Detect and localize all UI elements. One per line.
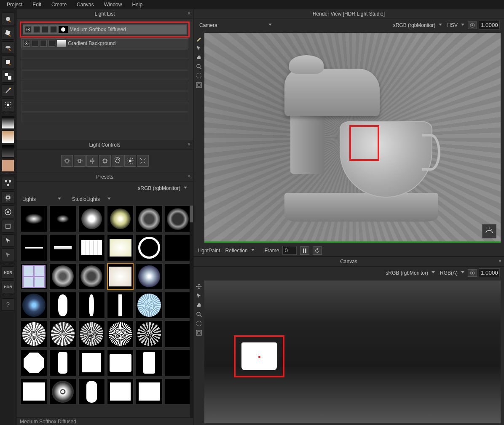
link-icon[interactable] (42, 26, 48, 33)
preset-item[interactable] (78, 292, 105, 318)
tool-brush-3-icon[interactable] (2, 41, 14, 54)
tool-cursor-icon[interactable] (2, 234, 14, 247)
scrollbar-thumb[interactable] (190, 206, 193, 222)
preset-item[interactable] (165, 378, 191, 405)
move-icon[interactable] (61, 155, 73, 167)
menu-window[interactable]: Window (99, 2, 127, 8)
tool-brush-2-icon[interactable] (2, 27, 14, 40)
render-colormode-dropdown[interactable]: HSV (445, 21, 466, 29)
zoom-tool-icon[interactable] (195, 62, 203, 71)
canvas-colormode-dropdown[interactable]: RGB(A) (438, 269, 466, 277)
lock-icon[interactable] (50, 26, 57, 33)
preset-item[interactable] (107, 350, 134, 376)
rotate-icon[interactable] (112, 155, 123, 167)
canvas-light-highlighted[interactable] (234, 335, 284, 377)
preset-item[interactable] (21, 321, 47, 347)
preset-item[interactable] (107, 378, 134, 405)
solo-icon[interactable] (33, 26, 40, 33)
move-tool-icon[interactable] (195, 282, 203, 291)
tool-nodes-icon[interactable] (2, 177, 14, 190)
menu-canvas[interactable]: Canvas (72, 2, 99, 8)
tool-x-icon[interactable] (2, 206, 14, 218)
close-icon[interactable]: × (188, 11, 190, 16)
tool-checker-icon[interactable] (2, 70, 14, 83)
preset-item[interactable] (136, 350, 162, 376)
preset-item[interactable] (165, 206, 191, 232)
menu-project[interactable]: Project (2, 2, 27, 8)
preset-item[interactable] (107, 206, 134, 232)
visibility-icon[interactable] (25, 26, 32, 33)
menu-edit[interactable]: Edit (27, 2, 46, 8)
scrollbar[interactable] (190, 206, 193, 417)
tool-help-icon[interactable]: ? (2, 298, 14, 311)
tool-brush-1-icon[interactable] (2, 13, 14, 25)
preset-item[interactable] (78, 234, 105, 261)
preset-item[interactable] (78, 321, 105, 347)
light-list-item[interactable]: Gradient Background (21, 38, 188, 48)
canvas-view[interactable] (204, 281, 501, 423)
canvas-exposure-input[interactable] (479, 268, 500, 277)
tool-wand-icon[interactable] (2, 84, 14, 97)
preset-item[interactable] (78, 378, 105, 405)
preset-item[interactable] (165, 292, 191, 318)
brightness-icon[interactable] (124, 155, 136, 167)
preset-item[interactable] (49, 292, 76, 318)
presets-colorspace-dropdown[interactable]: sRGB (rgbMonitor) (136, 184, 189, 192)
lightpaint-mode-dropdown[interactable]: Reflection (223, 247, 256, 254)
preset-item[interactable] (107, 292, 134, 318)
canvas-colorspace-dropdown[interactable]: sRGB (rgbMonitor) (384, 269, 437, 277)
tool-solid-icon[interactable] (2, 159, 14, 172)
preset-item[interactable] (78, 206, 105, 232)
close-icon[interactable]: × (188, 174, 190, 179)
tool-brush-4-icon[interactable] (2, 56, 14, 68)
preset-item[interactable] (21, 292, 47, 318)
light-list-item-selected[interactable]: Medium Softbox Diffused (23, 24, 187, 35)
render-colorspace-dropdown[interactable]: sRGB (rgbMonitor) (391, 21, 444, 29)
cursor-tool-icon[interactable] (195, 44, 203, 52)
presets-subcategory-dropdown[interactable]: StudioLights (70, 195, 113, 203)
exposure-icon[interactable] (468, 269, 477, 277)
close-icon[interactable]: × (499, 258, 501, 264)
presets-category-dropdown[interactable]: Lights (21, 195, 63, 203)
preset-item[interactable] (49, 263, 76, 290)
tool-cursor-down-icon[interactable] (2, 249, 14, 261)
preset-item[interactable] (136, 321, 162, 347)
hand-tool-icon[interactable] (195, 301, 203, 309)
preset-item[interactable] (78, 350, 105, 376)
preset-item[interactable] (107, 234, 134, 261)
preset-item[interactable] (136, 234, 162, 261)
preset-item[interactable] (21, 378, 47, 405)
preset-item-selected[interactable] (107, 263, 134, 290)
preset-item[interactable] (49, 234, 76, 261)
visibility-icon[interactable] (23, 40, 30, 47)
preset-item[interactable] (21, 350, 47, 376)
zoom-tool-icon[interactable] (195, 310, 203, 318)
preset-item[interactable] (49, 206, 76, 232)
fit-tool-icon[interactable] (195, 329, 203, 337)
exposure-icon[interactable] (468, 21, 477, 29)
preset-item[interactable] (165, 263, 191, 290)
tool-gradient-c-icon[interactable] (2, 145, 14, 158)
render-exposure-input[interactable] (479, 21, 500, 29)
scale-icon[interactable] (99, 155, 111, 167)
canvas-light-softbox[interactable] (241, 342, 277, 370)
preset-item[interactable] (107, 321, 134, 347)
paint-tool-icon[interactable] (195, 35, 203, 43)
tool-gradient-a-icon[interactable] (2, 116, 14, 129)
camera-dropdown[interactable]: Camera (198, 21, 273, 29)
preset-item[interactable] (136, 378, 162, 405)
frame-input[interactable] (282, 246, 297, 255)
region-tool-icon[interactable] (195, 319, 203, 328)
menu-create[interactable]: Create (46, 2, 72, 8)
close-icon[interactable]: × (188, 142, 190, 147)
hand-tool-icon[interactable] (195, 53, 203, 61)
tool-sun-icon[interactable] (2, 99, 14, 111)
tool-square-icon[interactable] (2, 220, 14, 233)
tool-gradient-b-icon[interactable] (2, 131, 14, 143)
solo-icon[interactable] (32, 40, 38, 47)
preset-item[interactable] (165, 321, 191, 347)
preset-item[interactable] (136, 292, 162, 318)
lock-icon[interactable] (48, 40, 55, 47)
preset-item[interactable] (49, 350, 76, 376)
pause-button[interactable] (300, 246, 309, 255)
